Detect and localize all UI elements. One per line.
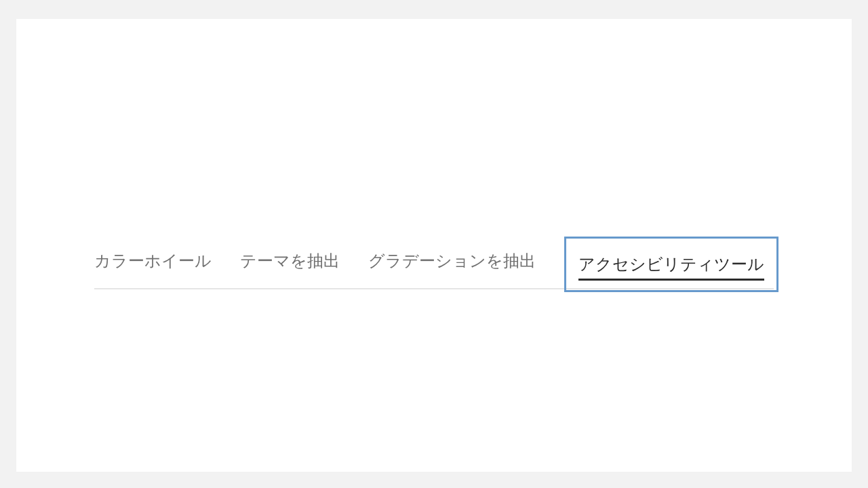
tab-label: アクセシビリティツール	[578, 255, 764, 273]
tab-accessibility-tools[interactable]: アクセシビリティツール	[564, 237, 778, 292]
tab-extract-gradient[interactable]: グラデーションを抽出	[368, 239, 536, 288]
tab-bar: カラーホイール テーマを抽出 グラデーションを抽出 アクセシビリティツール	[94, 239, 774, 289]
content-panel: カラーホイール テーマを抽出 グラデーションを抽出 アクセシビリティツール	[16, 19, 852, 472]
tab-color-wheel[interactable]: カラーホイール	[94, 239, 212, 288]
tab-label: グラデーションを抽出	[368, 251, 536, 270]
tab-label: カラーホイール	[94, 251, 212, 270]
tab-label: テーマを抽出	[240, 251, 340, 270]
tab-extract-theme[interactable]: テーマを抽出	[240, 239, 340, 288]
